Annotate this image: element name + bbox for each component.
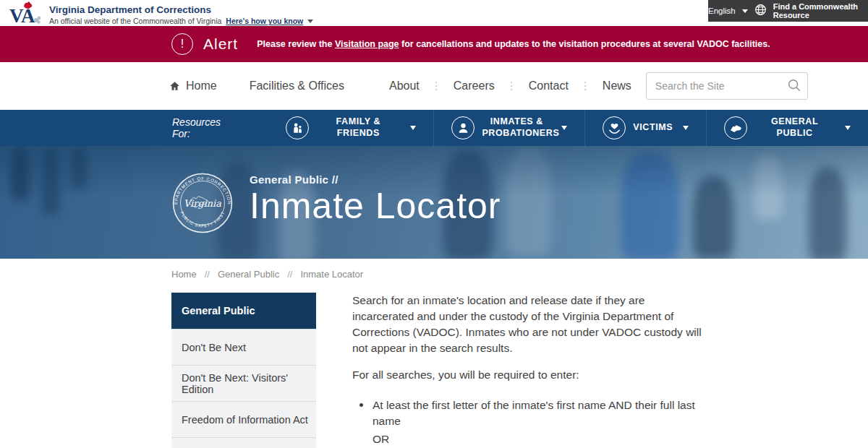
search-icon (786, 85, 802, 95)
nav-label: About (389, 79, 420, 92)
requirement-text: At least the first letter of the inmate'… (373, 399, 695, 427)
resource-label: FAMILY & FRIENDS (316, 116, 400, 139)
breadcrumb: Home // General Public // Inmate Locator (171, 269, 868, 280)
nav-item-facilities-offices[interactable]: Facilities & Offices (250, 79, 344, 92)
exclamation-circle-icon (171, 33, 193, 55)
alert-label: Alert (203, 35, 238, 53)
vertical-dots-separator-icon (431, 79, 442, 92)
family-icon (286, 116, 309, 139)
caret-down-icon (561, 126, 567, 130)
breadcrumb-separator: // (205, 269, 210, 280)
language-selector[interactable]: English (708, 7, 736, 15)
hero-banner: DEPARTMENT OF CORRECTIONS PUBLIC SAFETY … (0, 146, 868, 259)
nav-item-home[interactable]: Home (169, 79, 217, 92)
chevron-down-icon (307, 20, 313, 23)
sidebar-item[interactable] (171, 437, 316, 448)
resources-for-label: Resources For: (172, 116, 238, 139)
requirement-or: OR (373, 431, 710, 447)
sidebar-item-dont-be-next-visitors[interactable]: Don't Be Next: Visitors' Edition (171, 365, 316, 401)
sidebar-menu: General Public Don't Be Next Don't Be Ne… (171, 293, 316, 448)
visitation-page-link[interactable]: Visitation page (335, 39, 399, 49)
resources-general-public[interactable]: GENERAL PUBLIC (707, 110, 868, 146)
site-brand[interactable]: VA Virginia Department of Corrections An… (9, 1, 313, 28)
svg-text:VA: VA (9, 5, 35, 25)
resources-inmates-probationers[interactable]: INMATES & PROBATIONERS (434, 110, 584, 146)
vadoc-seal-icon: DEPARTMENT OF CORRECTIONS PUBLIC SAFETY … (171, 172, 234, 234)
resources-victims[interactable]: VICTIMS (585, 110, 706, 146)
main-navigation: Home Facilities & Offices About Careers … (0, 62, 868, 110)
nav-item-news[interactable]: News (603, 79, 631, 92)
globe-icon (754, 4, 767, 19)
nav-label: Careers (454, 79, 495, 92)
sidebar-item-dont-be-next[interactable]: Don't Be Next (171, 329, 316, 365)
intro-paragraph: Search for an inmate's location and rele… (352, 293, 710, 356)
resource-label: INMATES & PROBATIONERS (482, 116, 551, 139)
sidebar-item-general-public[interactable]: General Public (171, 293, 316, 329)
heres-how-you-know-link[interactable]: Here's how you know (226, 17, 303, 25)
nav-item-careers[interactable]: Careers (454, 79, 495, 92)
hero-eyebrow: General Public // (250, 173, 501, 186)
vertical-dots-separator-icon (506, 79, 517, 92)
requirements-label: For all searches, you will be required t… (352, 367, 710, 383)
nav-item-about[interactable]: About (389, 79, 420, 92)
alert-banner: Alert Please review the Visitation page … (0, 26, 868, 62)
caret-down-icon (845, 126, 851, 130)
alert-message-suffix: for cancellations and updates to the vis… (399, 39, 770, 49)
seal-center-text: Virginia (184, 198, 221, 209)
home-icon (169, 80, 181, 92)
main-column: Search for an inmate's location and rele… (352, 293, 710, 448)
page-title: Inmate Locator (250, 187, 501, 225)
vadoc-cardinal-logo-icon: VA (9, 1, 42, 28)
resources-for-bar: Resources For: FAMILY & FRIENDS INMATES … (0, 110, 868, 146)
nav-item-contact[interactable]: Contact (529, 79, 569, 92)
find-commonwealth-resource-link[interactable]: Find a Commonwealth Resource (773, 2, 868, 20)
nav-label: Contact (529, 79, 569, 92)
alert-message-prefix: Please review the (257, 39, 335, 49)
nav-label: Facilities & Offices (250, 79, 344, 92)
nav-label: Home (186, 79, 217, 92)
language-caret-icon (742, 9, 748, 13)
page-content: General Public Don't Be Next Don't Be Ne… (171, 293, 868, 448)
search-button[interactable] (786, 77, 802, 95)
official-website-text: An official website of the Commonwealth … (49, 17, 221, 25)
resource-label: VICTIMS (633, 122, 673, 134)
sidebar-item-foia[interactable]: Freedom of Information Act (171, 401, 316, 437)
caret-down-icon (683, 126, 689, 130)
breadcrumb-separator: // (287, 269, 292, 280)
list-item: At least the first letter of the inmate'… (354, 397, 710, 447)
heart-hands-icon (603, 116, 626, 139)
virginia-state-icon (724, 116, 747, 139)
alert-message: Please review the Visitation page for ca… (257, 39, 770, 49)
resources-family-friends[interactable]: FAMILY & FRIENDS (268, 110, 433, 146)
breadcrumb-current-page: Inmate Locator (300, 269, 363, 280)
vertical-dots-separator-icon (580, 79, 591, 92)
requirements-list: At least the first letter of the inmate'… (354, 397, 710, 448)
site-title: Virginia Department of Corrections (49, 4, 313, 17)
resource-label: GENERAL PUBLIC (754, 116, 835, 139)
nav-label: News (603, 79, 631, 92)
caret-down-icon (410, 126, 416, 130)
breadcrumb-home[interactable]: Home (171, 269, 197, 280)
site-search-input[interactable] (646, 72, 808, 100)
inmate-icon (451, 116, 475, 139)
breadcrumb-general-public[interactable]: General Public (218, 269, 279, 280)
top-header: VA Virginia Department of Corrections An… (0, 0, 868, 26)
commonwealth-utility-bar: English Find a Commonwealth Resource (708, 0, 868, 22)
